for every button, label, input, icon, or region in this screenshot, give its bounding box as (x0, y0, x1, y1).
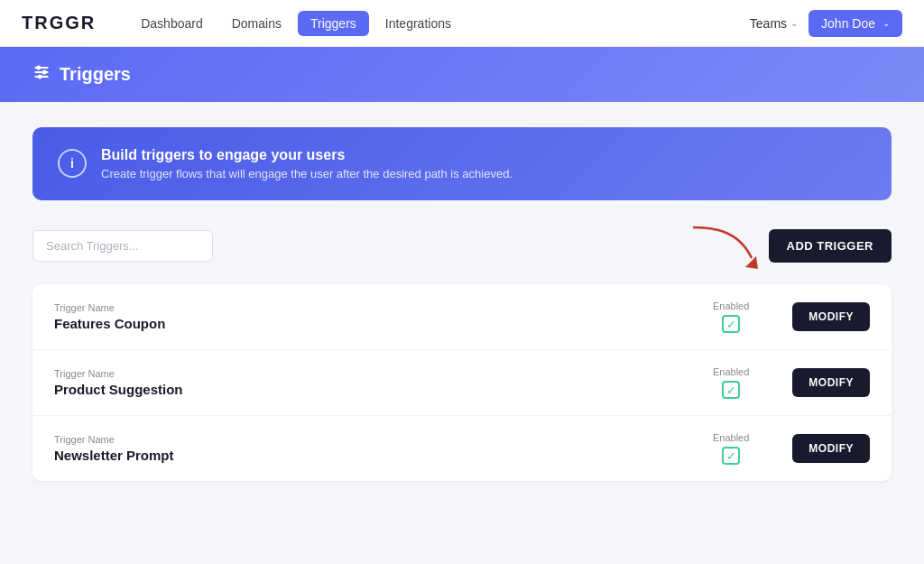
user-name-label: John Doe (821, 16, 875, 31)
trigger-name-value: Product Suggestion (54, 382, 713, 397)
main-content: i Build triggers to engage your users Cr… (0, 102, 924, 506)
toolbar: ADD TRIGGER (32, 229, 892, 263)
arrow-annotation (684, 220, 765, 278)
svg-marker-6 (745, 256, 758, 269)
brand-logo: TRGGR (22, 13, 96, 33)
nav-links: Dashboard Domains Triggers Integrations (128, 11, 750, 36)
enabled-checkbox[interactable]: ✓ (722, 315, 740, 333)
trigger-info: Trigger Name Features Coupon (54, 302, 713, 331)
trigger-name-label: Trigger Name (54, 434, 713, 445)
enabled-checkbox[interactable]: ✓ (722, 447, 740, 465)
svg-point-4 (43, 70, 46, 73)
page-header: Triggers (0, 47, 924, 102)
trigger-name-value: Newsletter Prompt (54, 448, 713, 463)
trigger-table: Trigger Name Features Coupon Enabled ✓ M… (32, 284, 892, 481)
info-banner: i Build triggers to engage your users Cr… (32, 127, 892, 200)
nav-link-integrations[interactable]: Integrations (373, 11, 464, 36)
trigger-info: Trigger Name Newsletter Prompt (54, 434, 713, 463)
navbar: TRGGR Dashboard Domains Triggers Integra… (0, 0, 924, 47)
table-row: Trigger Name Newsletter Prompt Enabled ✓… (32, 416, 892, 481)
trigger-enabled: Enabled ✓ (713, 432, 749, 465)
svg-point-3 (37, 66, 40, 69)
svg-point-5 (39, 75, 42, 78)
trigger-enabled: Enabled ✓ (713, 366, 749, 399)
teams-chevron-icon: ⌄ (790, 18, 798, 28)
enabled-checkbox[interactable]: ✓ (722, 381, 740, 399)
info-banner-description: Create trigger flows that will engage th… (101, 167, 513, 180)
enabled-label: Enabled (713, 432, 749, 443)
info-banner-heading: Build triggers to engage your users (101, 147, 513, 163)
modify-button[interactable]: MODIFY (792, 302, 870, 331)
navbar-right: Teams ⌄ John Doe ⌄ (750, 10, 902, 37)
page-title: Triggers (60, 64, 131, 85)
teams-button[interactable]: Teams ⌄ (750, 16, 798, 31)
teams-label: Teams (750, 16, 787, 31)
triggers-page-icon (32, 63, 51, 86)
add-trigger-button[interactable]: ADD TRIGGER (769, 229, 892, 263)
enabled-label: Enabled (713, 300, 749, 311)
nav-link-domains[interactable]: Domains (219, 11, 294, 36)
info-banner-text: Build triggers to engage your users Crea… (101, 147, 513, 180)
search-input[interactable] (32, 230, 213, 262)
modify-button[interactable]: MODIFY (792, 368, 870, 397)
nav-link-dashboard[interactable]: Dashboard (128, 11, 216, 36)
table-row: Trigger Name Features Coupon Enabled ✓ M… (32, 284, 892, 350)
table-row: Trigger Name Product Suggestion Enabled … (32, 350, 892, 416)
trigger-name-value: Features Coupon (54, 316, 713, 331)
trigger-name-label: Trigger Name (54, 302, 713, 313)
user-menu-button[interactable]: John Doe ⌄ (808, 10, 902, 37)
modify-button[interactable]: MODIFY (792, 434, 870, 463)
trigger-info: Trigger Name Product Suggestion (54, 368, 713, 397)
nav-link-triggers[interactable]: Triggers (298, 11, 369, 36)
trigger-enabled: Enabled ✓ (713, 300, 749, 333)
user-chevron-icon: ⌄ (882, 18, 890, 28)
info-icon: i (58, 149, 87, 178)
trigger-name-label: Trigger Name (54, 368, 713, 379)
enabled-label: Enabled (713, 366, 749, 377)
